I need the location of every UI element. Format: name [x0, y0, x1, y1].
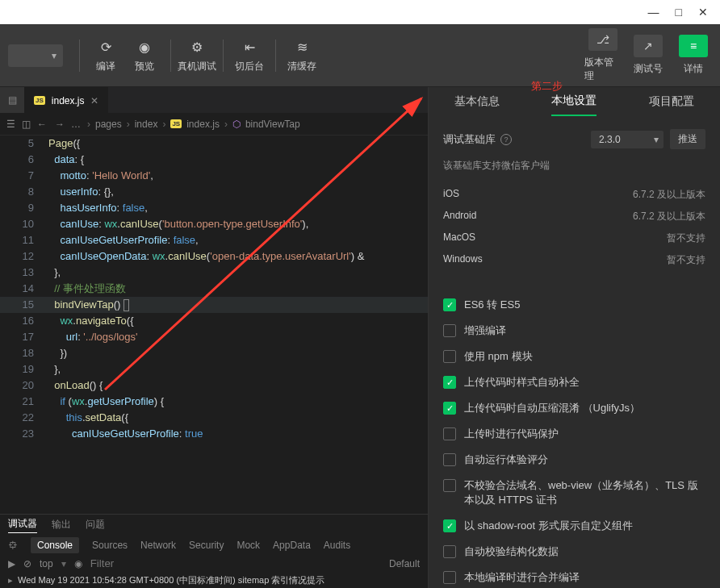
- explorer-icon[interactable]: ▤: [0, 87, 24, 113]
- code-line[interactable]: 11 canIUseGetUserProfile: false,: [0, 232, 428, 248]
- checkbox-icon[interactable]: [443, 324, 456, 337]
- tab-close-icon[interactable]: ✕: [90, 95, 98, 106]
- main-toolbar: ▾ ⟳编译 ◉预览 ⚙真机调试 ⇤切后台 ≋清缓存 ⎇版本管理 ↗测试号 ≡详情…: [0, 24, 720, 87]
- real-debug-button[interactable]: ⚙真机调试: [178, 31, 216, 80]
- list-icon[interactable]: ☰: [6, 119, 15, 130]
- setting-checkbox-row[interactable]: 增强编译: [443, 318, 705, 344]
- maximize-button[interactable]: □: [676, 6, 682, 19]
- tab-debugger[interactable]: 调试器: [8, 517, 37, 533]
- tab-appdata[interactable]: AppData: [273, 540, 311, 551]
- setting-checkbox-row[interactable]: ✓以 shadow-root 形式展示自定义组件: [443, 513, 705, 539]
- bookmark-icon[interactable]: ◫: [22, 119, 31, 130]
- checkbox-icon[interactable]: [443, 427, 456, 440]
- setting-checkbox-row[interactable]: ✓上传代码时样式自动补全: [443, 369, 705, 395]
- level-default[interactable]: Default: [389, 558, 420, 569]
- support-text: 该基础库支持微信客户端: [443, 159, 705, 173]
- clear-cache-button[interactable]: ≋清缓存: [283, 31, 321, 80]
- code-line[interactable]: 10 canIUse: wx.canIUse('button.open-type…: [0, 216, 428, 232]
- checkbox-icon[interactable]: ✓: [443, 402, 456, 415]
- code-line[interactable]: 6 data: {: [0, 152, 428, 168]
- checkbox-icon[interactable]: [443, 453, 456, 466]
- branch-icon: ⎇: [597, 33, 609, 46]
- console-log-line: ▸ Wed May 19 2021 10:54:28 GMT+0800 (中国标…: [0, 573, 428, 588]
- code-line[interactable]: 9 hasUserInfo: false,: [0, 200, 428, 216]
- details-button[interactable]: ≡详情: [675, 35, 712, 76]
- code-line[interactable]: 15 bindViewTap(): [0, 297, 428, 313]
- crumb-file[interactable]: index.js: [186, 119, 220, 130]
- console-tabs: ⯐ Console Sources Network Security Mock …: [0, 536, 428, 555]
- checkbox-icon[interactable]: ✓: [443, 298, 456, 311]
- clear-icon[interactable]: ⊘: [23, 558, 31, 569]
- code-line[interactable]: 20 onLoad() {: [0, 377, 428, 394]
- method-icon: ⬡: [232, 119, 241, 130]
- setting-checkbox-row[interactable]: 使用 npm 模块: [443, 344, 705, 369]
- mode-dropdown[interactable]: ▾: [8, 44, 63, 67]
- annotation-step2: 第二步: [531, 79, 563, 94]
- version-manage-button[interactable]: ⎇版本管理: [584, 28, 622, 83]
- code-area[interactable]: 5Page({6 data: {7 motto: 'Hello World',8…: [0, 136, 428, 514]
- code-line[interactable]: 8 userInfo: {},: [0, 184, 428, 200]
- code-line[interactable]: 7 motto: 'Hello World',: [0, 168, 428, 184]
- play-icon[interactable]: ▶: [8, 558, 15, 569]
- nav-back-icon[interactable]: ←: [37, 119, 47, 130]
- refresh-icon: ⟳: [96, 37, 115, 56]
- tab-basic-info[interactable]: 基本信息: [454, 88, 500, 115]
- tab-security[interactable]: Security: [189, 540, 224, 551]
- tab-console[interactable]: Console: [31, 537, 79, 553]
- platform-row: MacOS暂不支持: [443, 227, 705, 249]
- code-line[interactable]: 5Page({: [0, 136, 428, 152]
- filter-icon[interactable]: ◉: [74, 558, 82, 569]
- filter-input[interactable]: [90, 557, 381, 569]
- setting-checkbox-row[interactable]: 自动校验结构化数据: [443, 539, 705, 565]
- baselib-select[interactable]: 2.3.0: [591, 131, 663, 148]
- details-panel: 基本信息 本地设置 项目配置 调试基础库 ? 2.3.0 推送 该基础库支持微信…: [428, 87, 720, 588]
- setting-checkbox-row[interactable]: 不校验合法域名、web-view（业务域名）、TLS 版本以及 HTTPS 证书: [443, 473, 705, 513]
- context-top[interactable]: top: [40, 558, 53, 569]
- code-editor: ▤ JS index.js ✕ ☰ ◫ ← → … ›pages ›index …: [0, 87, 428, 588]
- code-line[interactable]: 23 canIUseGetUserProfile: true: [0, 426, 428, 442]
- nav-forward-icon[interactable]: →: [55, 119, 65, 130]
- code-line[interactable]: 19 },: [0, 361, 428, 377]
- checkbox-icon[interactable]: [443, 479, 456, 492]
- crumb-index[interactable]: index: [135, 119, 158, 130]
- setting-checkbox-row[interactable]: 上传时进行代码保护: [443, 421, 705, 447]
- compile-button[interactable]: ⟳编译: [86, 31, 125, 80]
- inspect-icon[interactable]: ⯐: [8, 540, 18, 551]
- tab-mock[interactable]: Mock: [237, 540, 260, 551]
- setting-checkbox-row[interactable]: 本地编译时进行合并编译: [443, 565, 705, 588]
- crumb-pages[interactable]: pages: [95, 119, 122, 130]
- test-number-button[interactable]: ↗测试号: [630, 35, 667, 76]
- setting-checkbox-row[interactable]: ✓上传代码时自动压缩混淆 （UglifyJs）: [443, 395, 705, 421]
- checkbox-icon[interactable]: ✓: [443, 519, 456, 532]
- window-titlebar: — □ ✕: [0, 0, 720, 24]
- code-line[interactable]: 17 url: '../logs/logs': [0, 329, 428, 345]
- tab-problems[interactable]: 问题: [86, 518, 105, 532]
- tab-output[interactable]: 输出: [52, 518, 71, 532]
- background-button[interactable]: ⇤切后台: [230, 31, 269, 80]
- push-button[interactable]: 推送: [670, 129, 705, 149]
- setting-checkbox-row[interactable]: 自动运行体验评分: [443, 447, 705, 473]
- code-line[interactable]: 16 wx.navigateTo({: [0, 313, 428, 329]
- checkbox-icon[interactable]: [443, 350, 456, 363]
- setting-checkbox-row[interactable]: ✓ES6 转 ES5: [443, 292, 705, 318]
- code-line[interactable]: 18 }): [0, 345, 428, 361]
- code-line[interactable]: 22 this.setData({: [0, 410, 428, 426]
- file-tab[interactable]: JS index.js ✕: [24, 87, 108, 113]
- code-line[interactable]: 12 canIUseOpenData: wx.canIUse('open-dat…: [0, 248, 428, 265]
- checkbox-icon[interactable]: [443, 571, 456, 584]
- tab-audits[interactable]: Audits: [324, 540, 350, 551]
- checkbox-icon[interactable]: [443, 545, 456, 558]
- preview-button[interactable]: ◉预览: [125, 31, 164, 80]
- crumb-method[interactable]: bindViewTap: [245, 119, 300, 130]
- code-line[interactable]: 13 },: [0, 265, 428, 281]
- checkbox-icon[interactable]: ✓: [443, 376, 456, 389]
- info-icon[interactable]: ?: [500, 134, 512, 145]
- code-line[interactable]: 21 if (wx.getUserProfile) {: [0, 394, 428, 410]
- tab-project-config[interactable]: 项目配置: [649, 88, 694, 115]
- tab-sources[interactable]: Sources: [92, 540, 128, 551]
- minimize-button[interactable]: —: [648, 6, 659, 19]
- code-line[interactable]: 14 // 事件处理函数: [0, 281, 428, 297]
- tab-network[interactable]: Network: [140, 540, 176, 551]
- right-tabs: 基本信息 本地设置 项目配置: [429, 87, 720, 116]
- close-button[interactable]: ✕: [698, 6, 708, 19]
